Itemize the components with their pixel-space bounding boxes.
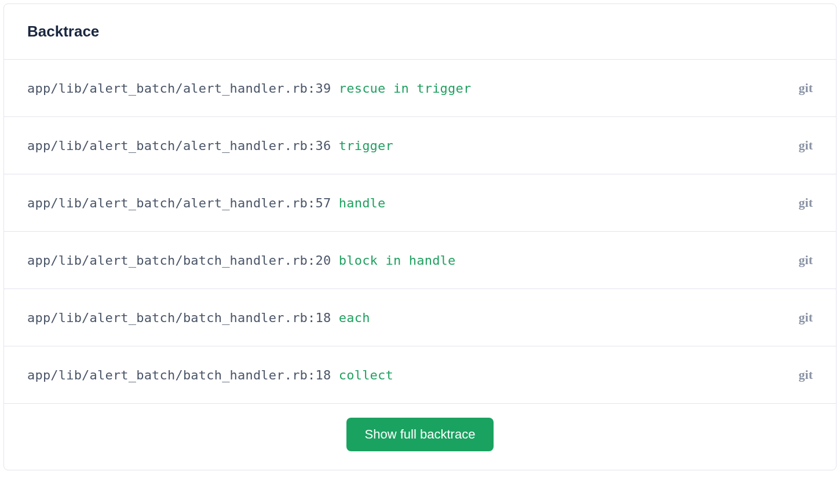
frame-path: app/lib/alert_batch/batch_handler.rb:20	[27, 253, 331, 268]
frame-method: collect	[339, 368, 393, 382]
git-link[interactable]: git	[799, 310, 813, 325]
panel-footer: Show full backtrace	[4, 404, 836, 470]
backtrace-frame[interactable]: app/lib/alert_batch/alert_handler.rb:36 …	[4, 117, 836, 174]
frame-path: app/lib/alert_batch/batch_handler.rb:18	[27, 311, 331, 325]
frame-method: each	[339, 311, 370, 325]
backtrace-frame[interactable]: app/lib/alert_batch/batch_handler.rb:20 …	[4, 232, 836, 289]
frame-method: trigger	[339, 138, 393, 153]
frame-path: app/lib/alert_batch/alert_handler.rb:57	[27, 196, 331, 210]
backtrace-frame[interactable]: app/lib/alert_batch/batch_handler.rb:18 …	[4, 346, 836, 404]
show-full-backtrace-button[interactable]: Show full backtrace	[346, 418, 494, 451]
backtrace-panel: Backtrace app/lib/alert_batch/alert_hand…	[3, 3, 837, 470]
frame-text: app/lib/alert_batch/alert_handler.rb:57 …	[27, 196, 386, 210]
backtrace-frame[interactable]: app/lib/alert_batch/batch_handler.rb:18 …	[4, 289, 836, 346]
frame-path: app/lib/alert_batch/alert_handler.rb:36	[27, 138, 331, 153]
frame-text: app/lib/alert_batch/alert_handler.rb:39 …	[27, 81, 471, 96]
frame-text: app/lib/alert_batch/batch_handler.rb:20 …	[27, 253, 456, 268]
frame-path: app/lib/alert_batch/batch_handler.rb:18	[27, 368, 331, 382]
frame-text: app/lib/alert_batch/batch_handler.rb:18 …	[27, 368, 393, 382]
frame-text: app/lib/alert_batch/batch_handler.rb:18 …	[27, 311, 370, 325]
frame-method: block in handle	[339, 253, 456, 268]
frame-method: handle	[339, 196, 386, 210]
git-link[interactable]: git	[799, 81, 813, 96]
backtrace-frame[interactable]: app/lib/alert_batch/alert_handler.rb:57 …	[4, 174, 836, 232]
git-link[interactable]: git	[799, 195, 813, 210]
git-link[interactable]: git	[799, 367, 813, 382]
panel-title: Backtrace	[27, 23, 813, 41]
panel-header: Backtrace	[4, 4, 836, 60]
git-link[interactable]: git	[799, 253, 813, 268]
frame-path: app/lib/alert_batch/alert_handler.rb:39	[27, 81, 331, 96]
frames-list: app/lib/alert_batch/alert_handler.rb:39 …	[4, 60, 836, 404]
backtrace-frame[interactable]: app/lib/alert_batch/alert_handler.rb:39 …	[4, 60, 836, 117]
frame-text: app/lib/alert_batch/alert_handler.rb:36 …	[27, 138, 393, 153]
git-link[interactable]: git	[799, 138, 813, 153]
frame-method: rescue in trigger	[339, 81, 472, 96]
